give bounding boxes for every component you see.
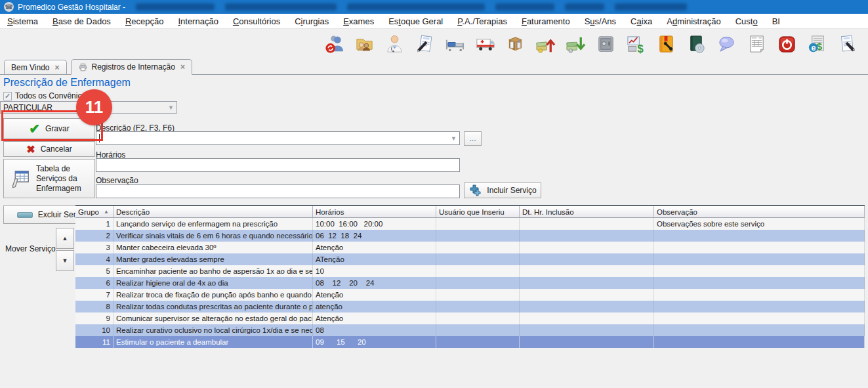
menu-item-recep-o[interactable]: Recepção [118,14,171,28]
menu-item-p-a-terapias[interactable]: P.A./Terapias [450,14,514,28]
cell-horarios: 09 15 20 [313,336,436,348]
doctor-icon[interactable] [384,33,405,54]
tabela-servicos-button[interactable]: Tabela de Serviços da Enfermagem [3,159,95,198]
text-caret [99,134,100,142]
table-row[interactable]: 5Encaminhar paciente ao banho de aspersã… [75,265,865,277]
invoice-icon[interactable] [746,33,767,54]
cell-dthr [520,336,654,348]
supplies-box-icon[interactable] [505,33,526,54]
chevron-down-icon[interactable]: ▼ [451,135,457,142]
column-header-hor-rios[interactable]: Horários [313,206,436,217]
table-row[interactable]: 1Lançando serviço de enfermagem na presc… [75,218,865,230]
horarios-input[interactable] [96,158,460,172]
redacted-text [347,3,485,11]
power-off-icon[interactable] [776,33,797,54]
tabela-label: Tabela de Serviços da Enfermagem [36,164,87,194]
cell-dthr [520,301,654,313]
menu-item-cirurgias[interactable]: Cirurgias [287,14,336,28]
close-icon[interactable]: × [180,62,185,72]
table-row[interactable]: 6Realizar higiene oral de 4x ao dia08 12… [75,277,865,289]
cell-usuario [436,324,520,336]
menu-item-exames[interactable]: Exames [336,14,381,28]
menu-item-consult-rios[interactable]: Consultórios [226,14,287,28]
menu-item-sus-ans[interactable]: Sus/Ans [577,14,623,28]
menu-item-base-de-dados[interactable]: Base de Dados [45,14,118,28]
cell-horarios: 10 [313,265,436,277]
column-header-dt-hr-inclus-o[interactable]: Dt. Hr. Inclusão [520,206,654,217]
arrow-down-icon: ▼ [62,257,68,264]
revenue-up-icon[interactable] [535,33,556,54]
safe-icon[interactable] [595,33,616,54]
cell-grupo: 8 [75,301,114,313]
redacted-text [565,3,604,11]
cell-descricao: Encaminhar paciente ao banho de aspersão… [114,265,313,277]
menu-item-custo[interactable]: Custo [728,14,765,28]
chat-icon[interactable] [716,33,737,54]
move-up-button[interactable]: ▲ [56,228,74,249]
cell-descricao: Estimular o paciente a deambular [114,336,313,348]
contract-document-icon[interactable] [837,33,858,54]
x-icon: ✖ [26,143,35,156]
incluir-servico-button[interactable]: Incluir Serviço [464,183,541,198]
column-header-usu-rio-que-inseriu[interactable]: Usuário que Inseriu [436,206,520,217]
table-row[interactable]: 4Manter grades elevadas sempreATenção [75,253,865,265]
title-bar: ☎ Promedico Gestão Hospitalar - [0,0,868,14]
table-row[interactable]: 3Manter cabeceira elevada 30ºAtenção [75,242,865,253]
cell-usuario [436,265,520,277]
tab-bem-vindo[interactable]: Bem Vindo × [4,60,67,74]
todos-convenios-checkbox[interactable]: ✓ [3,92,12,100]
menu-item-sistema[interactable]: Sistema [0,14,45,28]
move-down-button[interactable]: ▼ [56,250,74,271]
toolbar: $ $e [0,29,868,59]
table-row[interactable]: 2Verificar sinais vitais de 6 em 6 horas… [75,230,865,242]
column-header-descri-o[interactable]: Descrição [114,206,313,217]
cell-obs [654,230,865,242]
table-row[interactable]: 9Comunicar supervisor se alteração no es… [75,313,865,324]
table-header: Grupo▲DescriçãoHoráriosUsuário que Inser… [75,206,865,218]
cell-grupo: 2 [75,230,114,242]
column-header-grupo[interactable]: Grupo▲ [75,206,114,217]
app-phone-icon: ☎ [4,2,14,12]
menu-item-caixa[interactable]: Caixa [623,14,659,28]
ledger-book-icon[interactable] [686,33,707,54]
prescription-document-icon[interactable] [414,33,435,54]
table-row[interactable]: 8Realizar todas condutas prescritas ao p… [75,301,865,313]
descricao-combo-input[interactable]: ▼ [96,131,460,145]
cell-usuario [436,336,520,348]
tab-registros-de-internacao[interactable]: Registros de Internação × [71,59,192,75]
cell-descricao: Realizar todas condutas prescritas ao pa… [114,301,313,313]
menu-item-administra-o[interactable]: Administração [659,14,728,28]
table-row[interactable]: 7Realizar troca de fixação de punção apó… [75,289,865,301]
check-icon: ✔ [29,121,40,137]
mover-servico-label: Mover Serviço [5,244,56,253]
menu-item-estoque-geral[interactable]: Estoque Geral [381,14,450,28]
observacao-input[interactable] [96,184,460,198]
cell-descricao: Manter cabeceira elevada 30º [114,242,313,253]
finance-chart-icon[interactable]: $ [625,33,646,54]
electronic-invoice-icon[interactable]: $e [806,33,827,54]
descricao-browse-button[interactable]: ... [464,131,482,146]
expense-down-icon[interactable] [565,33,586,54]
close-icon[interactable]: × [54,63,59,72]
redacted-text [495,3,554,11]
table-row[interactable]: 10Realizar curativo oclusivo no local ci… [75,324,865,336]
cell-obs [654,324,865,336]
gravar-label: Gravar [45,124,70,133]
menu-item-interna-o[interactable]: Internação [171,14,225,28]
hospital-bed-icon[interactable] [444,33,465,54]
patients-folder-icon[interactable] [354,33,375,54]
cell-obs [654,289,865,301]
column-header-observa-o[interactable]: Observação [654,206,865,217]
cell-grupo: 7 [75,289,114,301]
patient-sync-icon[interactable] [323,33,344,54]
ambulance-icon[interactable] [474,33,495,54]
cell-obs [654,253,865,265]
table-row[interactable]: 11Estimular o paciente a deambular09 15 … [75,336,865,348]
annotation-step-number: 11 [85,97,104,118]
menu-item-bi[interactable]: BI [765,14,787,28]
menu-item-faturamento[interactable]: Faturamento [514,14,577,28]
phonebook-icon[interactable] [655,33,676,54]
cancelar-button[interactable]: ✖ Cancelar [3,141,95,157]
gravar-button[interactable]: ✔ Gravar [3,118,95,139]
application-window: ☎ Promedico Gestão Hospitalar - SistemaB… [0,0,868,388]
